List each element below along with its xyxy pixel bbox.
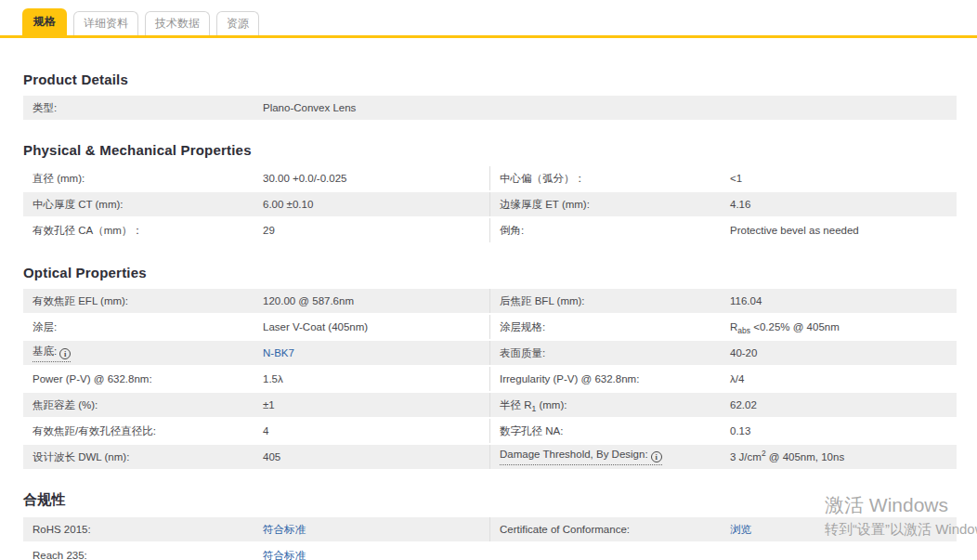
spec-cell: 设计波长 DWL (nm):405 bbox=[23, 445, 489, 469]
spec-cell: Certificate of Conformance:浏览 bbox=[489, 517, 957, 541]
spec-value-link[interactable]: 符合标准 bbox=[263, 523, 306, 537]
spec-cell: 涂层:Laser V-Coat (405nm) bbox=[23, 315, 489, 339]
spec-label: 边缘厚度 ET (mm): bbox=[500, 198, 730, 212]
spec-label: 中心偏（弧分）： bbox=[500, 172, 730, 186]
spec-cell-empty bbox=[490, 543, 957, 560]
spec-row: 直径 (mm):30.00 +0.0/-0.025中心偏（弧分）：<1 bbox=[23, 166, 957, 190]
spec-cell: 后焦距 BFL (mm):116.04 bbox=[489, 289, 957, 313]
spec-value-link[interactable]: 符合标准 bbox=[263, 549, 306, 560]
spec-label: 后焦距 BFL (mm): bbox=[500, 294, 730, 308]
spec-label: 半径 R1 (mm): bbox=[500, 398, 730, 412]
spec-row: 中心厚度 CT (mm):6.00 ±0.10边缘厚度 ET (mm):4.16 bbox=[23, 192, 957, 216]
tab-tech-data[interactable]: 技术数据 bbox=[145, 11, 210, 35]
tab-specs[interactable]: 规格 bbox=[22, 8, 67, 35]
spec-value: ±1 bbox=[263, 399, 275, 410]
spec-section: Optical Properties有效焦距 EFL (mm):120.00 @… bbox=[23, 265, 957, 469]
spec-row: Reach 235:符合标准 bbox=[23, 543, 957, 560]
spec-value: 40-20 bbox=[730, 347, 757, 358]
spec-section: Product Details类型:Plano-Convex Lens bbox=[23, 72, 957, 120]
spec-value: Protective bevel as needed bbox=[730, 225, 859, 236]
spec-value: 405 bbox=[263, 451, 280, 462]
spec-label: 有效焦距/有效孔径直径比: bbox=[33, 424, 263, 438]
spec-label: 直径 (mm): bbox=[33, 172, 263, 186]
tab-bar: 规格 详细资料 技术数据 资源 bbox=[0, 0, 977, 38]
spec-cell: Damage Threshold, By Design:i3 J/cm2 @ 4… bbox=[489, 445, 957, 469]
spec-value: Plano-Convex Lens bbox=[263, 102, 356, 113]
spec-label: 数字孔径 NA: bbox=[500, 424, 730, 438]
spec-value: 4.16 bbox=[730, 199, 750, 210]
spec-row: 有效焦距 EFL (mm):120.00 @ 587.6nm后焦距 BFL (m… bbox=[23, 289, 957, 313]
spec-label: 表面质量: bbox=[500, 346, 730, 360]
spec-cell: Reach 235:符合标准 bbox=[23, 543, 490, 560]
spec-cell: Irregularity (P-V) @ 632.8nm:λ/4 bbox=[489, 367, 957, 391]
spec-value-link[interactable]: N-BK7 bbox=[263, 347, 294, 358]
spec-table: 有效焦距 EFL (mm):120.00 @ 587.6nm后焦距 BFL (m… bbox=[23, 289, 957, 469]
info-icon[interactable]: i bbox=[651, 451, 662, 462]
spec-cell: RoHS 2015:符合标准 bbox=[23, 517, 489, 541]
info-icon[interactable]: i bbox=[59, 348, 71, 359]
spec-cell: 倒角:Protective bevel as needed bbox=[489, 218, 957, 242]
spec-value: 120.00 @ 587.6nm bbox=[263, 295, 354, 306]
spec-cell: 中心偏（弧分）：<1 bbox=[489, 166, 957, 190]
spec-label: Reach 235: bbox=[33, 550, 263, 560]
spec-cell: 有效焦距/有效孔径直径比:4 bbox=[23, 419, 489, 443]
spec-cell: 直径 (mm):30.00 +0.0/-0.025 bbox=[23, 166, 489, 190]
spec-value: 29 bbox=[263, 225, 275, 236]
spec-value: Rabs <0.25% @ 405nm bbox=[730, 321, 840, 332]
spec-label: 类型: bbox=[33, 101, 263, 115]
spec-row: RoHS 2015:符合标准Certificate of Conformance… bbox=[23, 517, 957, 541]
spec-label: 中心厚度 CT (mm): bbox=[33, 198, 263, 212]
section-title: Physical & Mechanical Properties bbox=[23, 142, 957, 158]
spec-value: Laser V-Coat (405nm) bbox=[263, 321, 368, 332]
section-title: 合规性 bbox=[23, 491, 957, 509]
spec-label: 焦距容差 (%): bbox=[33, 398, 263, 412]
spec-label: 涂层: bbox=[33, 320, 263, 334]
spec-value: <1 bbox=[730, 173, 742, 184]
spec-row: Power (P-V) @ 632.8nm:1.5λIrregularity (… bbox=[23, 367, 957, 391]
tab-resources[interactable]: 资源 bbox=[216, 11, 259, 35]
spec-value: 3 J/cm2 @ 405nm, 10ns bbox=[730, 451, 844, 462]
spec-cell: 边缘厚度 ET (mm):4.16 bbox=[489, 192, 957, 216]
spec-label: 有效焦距 EFL (mm): bbox=[33, 294, 263, 308]
spec-row: 类型:Plano-Convex Lens bbox=[23, 96, 957, 120]
spec-row: 焦距容差 (%):±1半径 R1 (mm):62.02 bbox=[23, 393, 957, 417]
spec-table: 直径 (mm):30.00 +0.0/-0.025中心偏（弧分）：<1中心厚度 … bbox=[23, 166, 957, 242]
spec-table: RoHS 2015:符合标准Certificate of Conformance… bbox=[23, 517, 957, 560]
spec-value: 116.04 bbox=[730, 295, 762, 306]
spec-label: Power (P-V) @ 632.8nm: bbox=[33, 373, 263, 384]
tab-details[interactable]: 详细资料 bbox=[73, 11, 138, 35]
spec-value: 4 bbox=[263, 425, 268, 436]
spec-label: 基底:i bbox=[33, 345, 263, 362]
spec-cell: 有效孔径 CA（mm）：29 bbox=[23, 218, 489, 242]
spec-cell: Power (P-V) @ 632.8nm:1.5λ bbox=[23, 367, 489, 391]
spec-cell: 涂层规格:Rabs <0.25% @ 405nm bbox=[489, 315, 957, 339]
spec-row: 设计波长 DWL (nm):405Damage Threshold, By De… bbox=[23, 445, 957, 469]
spec-value: 1.5λ bbox=[263, 373, 283, 384]
spec-label: 设计波长 DWL (nm): bbox=[33, 450, 263, 464]
spec-label: Certificate of Conformance: bbox=[500, 524, 730, 535]
spec-cell: 表面质量:40-20 bbox=[489, 341, 957, 365]
spec-label: 有效孔径 CA（mm）： bbox=[33, 224, 263, 238]
spec-sections: Product Details类型:Plano-Convex LensPhysi… bbox=[23, 72, 957, 560]
spec-section: 合规性RoHS 2015:符合标准Certificate of Conforma… bbox=[23, 491, 957, 560]
spec-value-link[interactable]: 浏览 bbox=[730, 523, 751, 537]
section-title: Product Details bbox=[23, 72, 957, 87]
spec-row: 涂层:Laser V-Coat (405nm)涂层规格:Rabs <0.25% … bbox=[23, 315, 957, 339]
spec-row: 有效孔径 CA（mm）：29倒角:Protective bevel as nee… bbox=[23, 218, 957, 242]
spec-table: 类型:Plano-Convex Lens bbox=[23, 96, 957, 120]
spec-cell: 半径 R1 (mm):62.02 bbox=[489, 393, 957, 417]
spec-value: 6.00 ±0.10 bbox=[263, 199, 313, 210]
spec-label: 倒角: bbox=[500, 224, 730, 238]
spec-value: 0.13 bbox=[730, 425, 750, 436]
spec-row: 有效焦距/有效孔径直径比:4数字孔径 NA:0.13 bbox=[23, 419, 957, 443]
spec-value: 30.00 +0.0/-0.025 bbox=[263, 173, 346, 184]
spec-section: Physical & Mechanical Properties直径 (mm):… bbox=[23, 142, 957, 242]
spec-cell: 数字孔径 NA:0.13 bbox=[489, 419, 957, 443]
spec-cell: 中心厚度 CT (mm):6.00 ±0.10 bbox=[23, 192, 489, 216]
spec-value: 62.02 bbox=[730, 399, 757, 410]
spec-cell: 类型:Plano-Convex Lens bbox=[23, 96, 957, 120]
spec-label: 涂层规格: bbox=[500, 320, 730, 334]
spec-label: RoHS 2015: bbox=[33, 524, 263, 535]
section-title: Optical Properties bbox=[23, 265, 957, 280]
spec-label: Irregularity (P-V) @ 632.8nm: bbox=[500, 373, 730, 384]
